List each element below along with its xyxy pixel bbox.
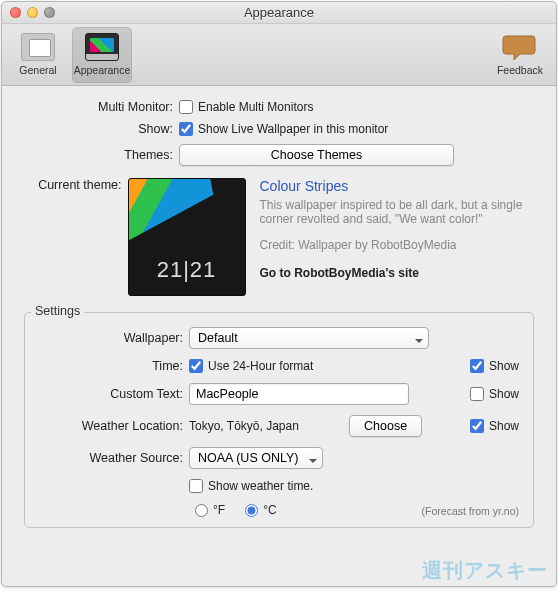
custom-text-show-checkbox[interactable] bbox=[470, 387, 484, 401]
watermark: 週刊アスキー bbox=[422, 557, 548, 584]
time-show-text: Show bbox=[489, 359, 519, 373]
custom-text-show-text: Show bbox=[489, 387, 519, 401]
device-icon bbox=[21, 33, 55, 61]
stripes-graphic bbox=[128, 178, 213, 259]
preview-time: 21|21 bbox=[129, 259, 245, 281]
weather-source-label: Weather Source: bbox=[39, 451, 189, 465]
forecast-note: (Forecast from yr.no) bbox=[422, 505, 519, 517]
show-label: Show: bbox=[24, 122, 179, 136]
enable-multi-monitors-text: Enable Multi Monitors bbox=[198, 100, 313, 114]
titlebar: Appearance bbox=[2, 2, 556, 24]
theme-description: This wallpaper inspired to be all dark, … bbox=[260, 198, 535, 226]
current-theme-label: Current theme: bbox=[24, 174, 128, 192]
tab-general-label: General bbox=[19, 64, 56, 76]
speech-bubble-icon bbox=[502, 33, 538, 61]
unit-c-radio[interactable] bbox=[245, 504, 258, 517]
time-label: Time: bbox=[39, 359, 189, 373]
theme-author-link[interactable]: Go to RobotBoyMedia's site bbox=[260, 266, 535, 280]
theme-name: Colour Stripes bbox=[260, 178, 535, 194]
choose-themes-button[interactable]: Choose Themes bbox=[179, 144, 454, 166]
window-title: Appearance bbox=[2, 5, 556, 20]
custom-text-label: Custom Text: bbox=[39, 387, 189, 401]
unit-c-text: °C bbox=[263, 503, 276, 517]
use-24h-checkbox[interactable] bbox=[189, 359, 203, 373]
wallpaper-select[interactable]: Default bbox=[189, 327, 429, 349]
show-live-wallpaper-text: Show Live Wallpaper in this monitor bbox=[198, 122, 388, 136]
theme-preview: 21|21 bbox=[128, 178, 246, 296]
tab-general[interactable]: General bbox=[8, 27, 68, 83]
custom-text-input[interactable] bbox=[189, 383, 409, 405]
theme-credit: Credit: Wallpaper by RobotBoyMedia bbox=[260, 238, 535, 252]
monitor-icon bbox=[85, 33, 119, 61]
time-show-checkbox[interactable] bbox=[470, 359, 484, 373]
show-weather-time-checkbox[interactable] bbox=[189, 479, 203, 493]
tab-feedback[interactable]: Feedback bbox=[490, 27, 550, 83]
weather-location-label: Weather Location: bbox=[39, 419, 189, 433]
themes-label: Themes: bbox=[24, 148, 179, 162]
choose-location-button[interactable]: Choose bbox=[349, 415, 422, 437]
tab-appearance-label: Appearance bbox=[74, 64, 131, 76]
tab-appearance[interactable]: Appearance bbox=[72, 27, 132, 83]
show-weather-time-text: Show weather time. bbox=[208, 479, 313, 493]
unit-f-radio[interactable] bbox=[195, 504, 208, 517]
settings-legend: Settings bbox=[31, 304, 84, 318]
settings-group: Settings Wallpaper: Default Time: Us bbox=[24, 312, 534, 528]
wallpaper-label: Wallpaper: bbox=[39, 331, 189, 345]
multi-monitor-label: Multi Monitor: bbox=[24, 100, 179, 114]
preferences-window: Appearance General Appearance Feedback M… bbox=[1, 1, 557, 587]
show-live-wallpaper-checkbox[interactable] bbox=[179, 122, 193, 136]
toolbar: General Appearance Feedback bbox=[2, 24, 556, 86]
weather-location-value: Tokyo, Tōkyō, Japan bbox=[189, 419, 339, 433]
tab-feedback-label: Feedback bbox=[497, 64, 543, 76]
weather-show-text: Show bbox=[489, 419, 519, 433]
weather-source-select[interactable]: NOAA (US ONLY) bbox=[189, 447, 323, 469]
enable-multi-monitors-checkbox[interactable] bbox=[179, 100, 193, 114]
unit-f-text: °F bbox=[213, 503, 225, 517]
content-area: Multi Monitor: Enable Multi Monitors Sho… bbox=[2, 86, 556, 540]
weather-show-checkbox[interactable] bbox=[470, 419, 484, 433]
use-24h-text: Use 24-Hour format bbox=[208, 359, 313, 373]
